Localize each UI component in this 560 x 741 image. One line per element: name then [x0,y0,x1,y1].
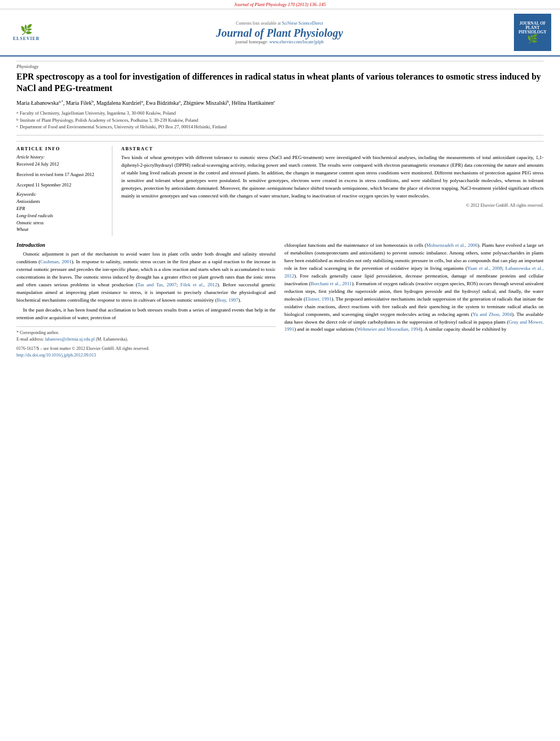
journal-citation-text: Journal of Plant Physiology 170 (2013) 1… [234,2,326,7]
jpp-logo: JOURNAL OF PLANT PHYSIOLOGY 🌿 [514,14,552,51]
accepted-date: Accepted 11 September 2012 [16,182,106,189]
article-info-column: ARTICLE INFO Article history: Received 2… [16,146,112,236]
footer-copyright-line: 0176-1617/$ – see front matter © 2012 El… [16,346,276,352]
intro-para-right-1: chloroplast functions and the maintenanc… [285,242,544,333]
author-super-a3: a [179,99,180,104]
author-miszalski: Zbigniew Miszalski [183,100,227,106]
author-super-c: c [274,99,275,104]
ref-mohsenzadeh[interactable]: Mohsenzadeh et al., 2006 [426,242,477,248]
ref-cushman[interactable]: Cushman, 2001 [40,259,71,264]
ref-elstner[interactable]: Elstner, 1991 [306,296,332,302]
keyword-epr: EPR [16,205,106,212]
author-bidzinska: Ewa Bidzińska [146,100,179,106]
footnote-email-line: E-mail address: labanows@chemia.uj.edu.p… [16,336,276,343]
author-super-a2: a [142,99,143,104]
sciverse-line: Contents lists available at SciVerse Sci… [50,21,508,26]
affil-text-a: Faculty of Chemistry, Jagiellonian Unive… [20,110,176,117]
elsevier-logo: 🌿 ELSEVIER [8,24,45,41]
keywords-label: Keywords: [16,191,106,197]
author-kurdziel: Magdalena Kurdziel [97,100,142,106]
ref-labanowska-2012[interactable]: Łabanowska et al., 2012 [285,265,544,279]
authors-line: Maria Łabanowskaa,*, Maria Filekb, Magda… [16,99,544,107]
abstract-body: Two kinds of wheat genotypes with differ… [121,154,544,200]
elsevier-brand-text: ELSEVIER [8,36,45,41]
body-col-right: chloroplast functions and the maintenanc… [285,242,544,358]
affil-text-c: Department of Food and Environmental Sci… [20,123,227,131]
homepage-line: journal homepage: www.elsevier.com/locat… [50,39,508,44]
author-hartikainen: Hélina Hartikainen [231,100,273,106]
article-history-label: Article history: [16,154,106,160]
paper-title: EPR spectroscopy as a tool for investiga… [16,71,544,94]
affiliation-b: b Institute of Plant Physiology, Polish … [16,117,544,124]
received-date: Received 24 July 2012 [16,161,106,168]
body-col-left: Introduction Osmotic adjustment is part … [16,242,276,358]
author-labanowska: Maria Łabanowska [16,100,59,106]
abstract-title: ABSTRACT [121,146,544,151]
article-info-title: ARTICLE INFO [16,146,106,151]
doi-link[interactable]: http://dx.doi.org/10.1016/j.jplph.2012.0… [16,353,96,358]
affiliation-c: c Department of Food and Environmental S… [16,123,544,131]
affil-sup-a: a [16,110,18,117]
author-super-b2: b [227,99,229,104]
affil-sup-c: c [16,123,18,131]
jpp-logo-title: JOURNAL OF PLANT PHYSIOLOGY [516,21,550,35]
homepage-link[interactable]: www.elsevier.com/locate/jplph [269,39,324,44]
introduction-heading: Introduction [16,242,276,248]
ref-borchani[interactable]: Borchani et al., 2011 [310,281,352,286]
ref-yu-zhou[interactable]: Yu and Zhou, 2004 [473,312,512,317]
journal-header: 🌿 ELSEVIER Contents lists available at S… [0,9,560,56]
journal-center-info: Contents lists available at SciVerse Sci… [50,21,508,44]
section-label: Physiology [16,61,544,69]
keyword-long-lived-radicals: Long-lived radicals [16,212,106,219]
keyword-osmotic-stress: Osmotic stress [16,219,106,227]
journal-citation-bar: Journal of Plant Physiology 170 (2013) 1… [0,0,560,9]
author-super-b1: b [92,99,94,104]
affiliation-a: a Faculty of Chemistry, Jagiellonian Uni… [16,110,544,117]
keywords-list: Antioxidants EPR Long-lived radicals Osm… [16,198,106,233]
ref-tas[interactable]: Tas and Tas, 2007 [137,282,176,287]
keyword-antioxidants: Antioxidants [16,198,106,205]
footnote-area: * Corresponding author. E-mail address: … [16,326,276,359]
author-super-a: a,* [59,99,63,104]
keyword-wheat: Wheat [16,226,106,233]
sciverse-link[interactable]: SciVerse ScienceDirect [282,21,323,26]
article-info-abstract-row: ARTICLE INFO Article history: Received 2… [16,141,544,236]
author-filek: Maria Filek [66,100,92,106]
footnote-corresponding: * Corresponding author. [16,330,276,336]
ref-yuan[interactable]: Yuan et al., 2008 [467,265,502,271]
intro-para-2: In the past decades, it has been found t… [16,307,276,322]
affiliations-block: a Faculty of Chemistry, Jagiellonian Uni… [16,110,544,135]
received-revised-date: Received in revised form 17 August 2012 [16,171,106,178]
elsevier-tree-icon: 🌿 [8,24,45,36]
affil-sup-b: b [16,117,19,124]
jpp-logo-box: JOURNAL OF PLANT PHYSIOLOGY 🌿 [514,14,551,51]
jpp-leaves-icon: 🌿 [527,35,538,43]
ref-wehmeier[interactable]: Wehmeier and Mooradian, 1994 [357,326,421,332]
affil-text-b: Institute of Plant Physiology, Polish Ac… [20,117,199,124]
doi-line: http://dx.doi.org/10.1016/j.jplph.2012.0… [16,352,276,359]
abstract-copyright: © 2012 Elsevier GmbH. All rights reserve… [121,203,544,208]
journal-name-heading: Journal of Plant Physiology [50,27,508,39]
ref-filek-2012[interactable]: Filek et al., 2012 [180,282,218,287]
main-content: Physiology EPR spectroscopy as a tool fo… [0,56,560,367]
body-text-area: Introduction Osmotic adjustment is part … [16,242,544,358]
abstract-column: ABSTRACT Two kinds of wheat genotypes wi… [121,146,544,236]
intro-para-1: Osmotic adjustment is part of the mechan… [16,251,276,304]
footnote-email-link[interactable]: labanows@chemia.uj.edu.pl [45,337,95,342]
ref-bray[interactable]: Bray, 1997 [217,297,238,303]
